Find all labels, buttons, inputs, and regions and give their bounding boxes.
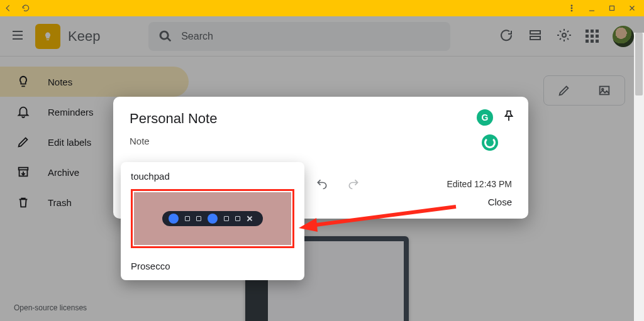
- brush-icon[interactable]: [557, 84, 571, 97]
- sidebar-item-label: Edit labels: [48, 137, 91, 148]
- suggestion-thumbnail-highlight: [131, 189, 294, 248]
- open-source-licenses-link[interactable]: Open-source licenses: [14, 303, 87, 312]
- suggestion-thumbnail[interactable]: [134, 192, 291, 245]
- svg-rect-16: [600, 87, 609, 95]
- suggestion-card-title: touchpad: [131, 171, 294, 182]
- search-placeholder: Search: [181, 31, 213, 42]
- note-body[interactable]: Note: [130, 136, 512, 146]
- svg-rect-12: [530, 36, 540, 40]
- note-title[interactable]: Personal Note: [130, 111, 512, 127]
- search-input[interactable]: Search: [148, 22, 450, 51]
- refresh-icon[interactable]: [499, 28, 514, 45]
- settings-gear-icon[interactable]: [557, 28, 572, 45]
- svg-line-18: [311, 207, 456, 226]
- back-icon[interactable]: [4, 4, 13, 13]
- bulb-icon: [16, 75, 30, 89]
- svg-rect-15: [19, 168, 28, 170]
- menu-icon[interactable]: [10, 28, 25, 45]
- reload-icon[interactable]: [21, 4, 30, 13]
- view-icon[interactable]: [528, 28, 543, 45]
- sidebar-item-notes[interactable]: Notes: [0, 67, 189, 97]
- suggestion-card-secondary[interactable]: Prosecco: [131, 261, 294, 271]
- note-toolbar: [543, 75, 625, 106]
- archive-icon: [16, 165, 30, 179]
- svg-rect-4: [610, 6, 614, 11]
- svg-point-0: [571, 5, 572, 6]
- search-icon: [158, 30, 172, 43]
- kebab-icon[interactable]: [567, 4, 576, 13]
- keep-logo-icon: [35, 24, 60, 49]
- annotation-arrow: [299, 202, 462, 233]
- app-name: Keep: [68, 28, 100, 45]
- sidebar-item-label: Archive: [48, 167, 79, 178]
- svg-marker-19: [299, 218, 318, 232]
- svg-point-2: [571, 10, 572, 11]
- brand: Keep: [35, 24, 100, 49]
- svg-rect-10: [47, 39, 49, 40]
- grammarly-icon[interactable]: G: [477, 109, 493, 126]
- pin-icon[interactable]: [502, 109, 516, 126]
- svg-point-1: [571, 8, 572, 9]
- edited-timestamp: Edited 12:43 PM: [447, 179, 512, 189]
- apps-grid-icon[interactable]: [586, 30, 599, 43]
- image-icon[interactable]: [597, 84, 611, 97]
- pencil-icon: [16, 135, 30, 149]
- scrollbar-thumb[interactable]: [635, 33, 643, 95]
- avatar[interactable]: [613, 26, 634, 47]
- close-window-icon[interactable]: [628, 4, 636, 13]
- minimize-icon[interactable]: [587, 4, 596, 13]
- undo-icon[interactable]: [316, 178, 328, 190]
- sync-spinner-icon: [482, 134, 498, 151]
- suggestion-card: touchpad Prosecco: [121, 162, 304, 280]
- maximize-icon[interactable]: [608, 4, 616, 13]
- sidebar-item-label: Trash: [48, 197, 72, 208]
- svg-rect-11: [530, 31, 540, 34]
- trash-icon: [16, 195, 30, 209]
- bell-icon: [16, 105, 30, 119]
- window-titlebar: [0, 0, 644, 16]
- redo-icon[interactable]: [347, 178, 360, 190]
- svg-point-13: [562, 33, 566, 37]
- sidebar-item-label: Reminders: [48, 107, 94, 117]
- app-header: Keep Search: [0, 16, 644, 57]
- screencast-toolbar-icon: [162, 211, 263, 226]
- sidebar-item-label: Notes: [48, 77, 72, 87]
